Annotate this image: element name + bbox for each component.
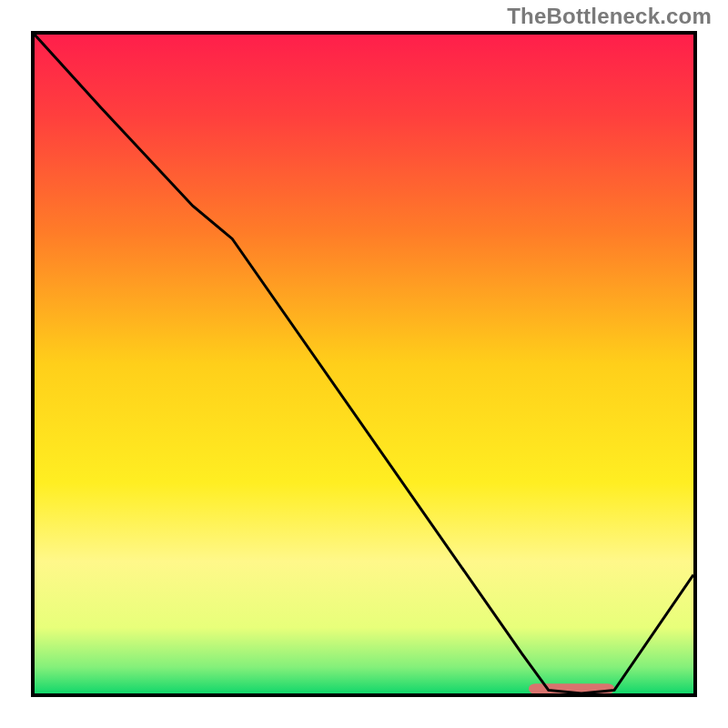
chart-plot-area <box>31 31 697 697</box>
watermark-text: TheBottleneck.com <box>507 4 712 29</box>
chart-frame: TheBottleneck.com <box>0 0 728 728</box>
background-gradient <box>35 35 693 693</box>
chart-svg <box>35 35 693 693</box>
